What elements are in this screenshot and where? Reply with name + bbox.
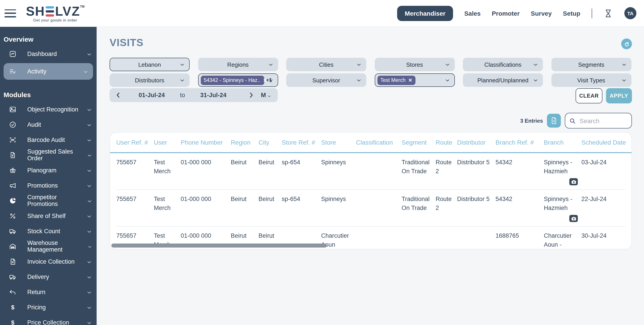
chevron-down-icon <box>621 62 627 67</box>
cell-store-ref-: sp-654 <box>282 158 321 185</box>
nav-divider <box>592 8 592 18</box>
sidebar-item-warehouse-management[interactable]: Warehouse Management <box>0 239 96 254</box>
refresh-button[interactable] <box>621 39 632 49</box>
sidebar-item-label: Price Collection <box>27 319 69 325</box>
filter-dropdown-stores[interactable]: Stores <box>374 58 454 71</box>
export-excel-button[interactable]: X <box>547 114 561 128</box>
table-header-row: User Ref. #UserPhone NumberRegionCitySto… <box>110 133 632 153</box>
top-bar: SH LVZ TM Get your goods in order Mercha… <box>0 0 644 27</box>
cell-branch: Spinneys - Hazmieh <box>544 195 582 222</box>
filter-dropdown-distributors[interactable]: Distributors <box>110 73 190 87</box>
hourglass-icon[interactable] <box>603 8 613 18</box>
chevron-down-icon <box>621 77 627 83</box>
remove-chip-icon[interactable]: ✕ <box>408 77 412 83</box>
filter-dropdown-stores-selected[interactable]: 54342 - Spinneys - Haz..✕+1 <box>198 73 278 87</box>
next-period-icon[interactable] <box>248 92 255 99</box>
sidebar-item-stock-count[interactable]: Stock Count <box>0 223 96 239</box>
nav-item-survey[interactable]: Survey <box>531 10 552 17</box>
sidebar-item-return[interactable]: Return <box>0 284 96 299</box>
filter-dropdown-cities[interactable]: Cities <box>286 58 366 71</box>
chevron-down-icon <box>86 122 92 127</box>
date-from[interactable]: 01-Jul-24 <box>139 92 165 99</box>
sidebar-item-barcode-audit[interactable]: Barcode Audit <box>0 132 96 147</box>
date-to[interactable]: 31-Jul-24 <box>200 92 226 99</box>
sidebar-item-audit[interactable]: Audit <box>0 117 96 132</box>
filter-dropdown-lebanon[interactable]: Lebanon <box>110 58 190 71</box>
sidebar-item-price-collection[interactable]: $Price Collection <box>0 315 96 325</box>
sidebar-item-dashboard[interactable]: Dashboard <box>0 46 96 61</box>
sidebar-item-object-recognition[interactable]: Object Recognition <box>0 102 96 117</box>
filter-dropdown-supervisor[interactable]: Supervisor <box>286 73 366 87</box>
filter-dropdown-classifications[interactable]: Classifications <box>463 58 543 71</box>
period-mode-dropdown[interactable]: M <box>261 92 272 99</box>
apply-button[interactable]: APPLY <box>606 88 632 103</box>
photo-camera-icon[interactable] <box>569 215 578 222</box>
prev-period-icon[interactable] <box>115 92 122 99</box>
sidebar-item-invoice-collection[interactable]: Invoice Collection <box>0 254 96 269</box>
sidebar-item-label: Return <box>27 288 46 295</box>
cell-distributor: Distributor 5 <box>457 158 496 185</box>
dollar-icon: $ <box>9 318 16 325</box>
filter-dropdown-regions[interactable]: Regions <box>198 58 278 71</box>
horizontal-scrollbar-thumb[interactable] <box>111 243 327 247</box>
sidebar-item-delivery[interactable]: Delivery <box>0 269 96 284</box>
clear-button[interactable]: CLEAR <box>576 88 602 103</box>
dropdown-label: Supervisor <box>312 77 340 84</box>
cell-phone-number: 01-000 000 <box>181 195 231 222</box>
chevron-down-icon <box>356 77 362 83</box>
cell-segment: Traditional On Trade <box>402 195 436 222</box>
chevron-down-icon <box>179 62 185 67</box>
sidebar-item-label: Stock Count <box>27 228 60 234</box>
svg-text:X: X <box>553 120 555 123</box>
nav-item-setup[interactable]: Setup <box>563 10 580 17</box>
cell-store: Spinneys <box>321 195 356 222</box>
chevron-down-icon <box>179 77 185 83</box>
cell-region: Beirut <box>231 158 258 185</box>
chevron-down-icon <box>86 319 92 325</box>
menu-icon[interactable] <box>4 9 16 17</box>
date-row: 01-Jul-24 to 31-Jul-24 M CLEAR APPLY <box>110 88 632 103</box>
nav-item-promoter[interactable]: Promoter <box>492 10 520 17</box>
sidebar-item-activity[interactable]: Activity <box>4 63 93 80</box>
cell-city: Beirut <box>258 195 282 222</box>
pie-icon <box>9 197 16 204</box>
cell-scheduled-date: 03-Jul-24 <box>582 158 625 185</box>
filter-dropdown-merchandiser-selected[interactable]: Test Merch✕ <box>374 73 454 87</box>
cell-branch-ref-: 54342 <box>496 158 544 185</box>
doc-dollar-icon: $ <box>9 151 16 159</box>
sidebar-item-planogram[interactable]: Planogram <box>0 163 96 178</box>
sidebar-item-competitor-promotions[interactable]: Competitor Promotions <box>0 193 96 208</box>
logo: SH LVZ TM Get your goods in order <box>26 4 84 22</box>
cell-user-ref-: 755657 <box>116 195 154 222</box>
sidebar-section-modules: Modules <box>0 87 96 102</box>
cell-region: Beirut <box>231 195 258 222</box>
filter-dropdown-segments[interactable]: Segments <box>551 58 631 71</box>
horizontal-scrollbar <box>111 243 618 247</box>
column-header-scheduled-date: Scheduled Date <box>582 139 625 146</box>
search-input[interactable] <box>579 117 628 125</box>
avatar[interactable]: TA <box>624 7 636 19</box>
table-row[interactable]: 755657Test Merch01-000 000BeirutBeirutsp… <box>116 153 625 190</box>
sidebar-item-suggested-sales-order[interactable]: $Suggested Sales Order <box>0 147 96 163</box>
cell-city: Beirut <box>258 158 282 185</box>
date-to-word: to <box>180 92 185 99</box>
filter-dropdown-planned-unplanned[interactable]: Planned/Unplanned <box>463 73 543 87</box>
filter-dropdown-visit-types[interactable]: Visit Types <box>551 73 631 87</box>
image-icon <box>9 105 16 113</box>
chevron-down-icon <box>444 62 450 67</box>
table-row[interactable]: 755657Test Merch01-000 000BeirutBeirutsp… <box>116 190 625 226</box>
column-header-phone-number: Phone Number <box>181 139 231 146</box>
photo-camera-icon[interactable] <box>569 178 578 185</box>
sidebar-item-pricing[interactable]: $Pricing <box>0 299 96 315</box>
cell-route: Route 2 <box>436 195 457 222</box>
column-header-branch: Branch <box>544 139 582 146</box>
nav-item-merchandiser[interactable]: Merchandiser <box>397 6 453 21</box>
sidebar-item-label: Invoice Collection <box>27 258 75 265</box>
column-header-city: City <box>258 139 282 146</box>
sidebar-item-share-of-shelf[interactable]: Share of Shelf <box>0 208 96 223</box>
nav-item-sales[interactable]: Sales <box>464 10 480 17</box>
chevron-down-icon <box>86 213 92 219</box>
sidebar-item-label: Share of Shelf <box>27 212 66 219</box>
chevron-down-icon <box>83 69 88 74</box>
sidebar-item-promotions[interactable]: Promotions <box>0 178 96 193</box>
